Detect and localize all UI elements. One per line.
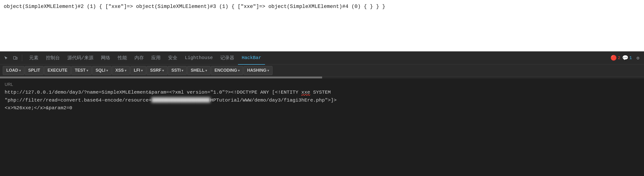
settings-icon[interactable]: ⚙ bbox=[634, 54, 642, 62]
hackbar-btn-ssrf[interactable]: SSRF ▾ bbox=[146, 66, 167, 75]
tab-network[interactable]: 网络 bbox=[97, 52, 114, 65]
devtools-left-icons bbox=[2, 54, 24, 62]
dropdown-arrow-icon: ▾ bbox=[238, 69, 240, 72]
dropdown-arrow-icon: ▾ bbox=[205, 69, 207, 72]
progress-bar-area bbox=[0, 77, 644, 78]
error-badge[interactable]: 🔴 2 bbox=[610, 55, 620, 61]
url-label: URL bbox=[5, 82, 639, 87]
tab-sources[interactable]: 源代码/来源 bbox=[64, 52, 97, 65]
inspect-icon[interactable] bbox=[2, 54, 10, 62]
url-line3: <x>%26xxe;</x>&param2=0 bbox=[5, 105, 72, 111]
dropdown-arrow-icon: ▾ bbox=[267, 69, 269, 72]
tab-performance[interactable]: 性能 bbox=[114, 52, 131, 65]
device-toolbar-icon[interactable] bbox=[11, 54, 20, 62]
progress-bar-fill bbox=[0, 77, 322, 78]
hackbar-btn-sqli[interactable]: SQLI ▾ bbox=[92, 66, 112, 75]
tab-recorder[interactable]: 记录器 bbox=[216, 52, 238, 65]
hackbar-btn-split[interactable]: SPLIT bbox=[25, 66, 44, 75]
browser-output-area: object(SimpleXMLElement)#2 (1) { ["xxe"]… bbox=[0, 0, 644, 51]
hackbar-btn-xss[interactable]: XSS ▾ bbox=[112, 66, 130, 75]
hackbar-btn-hashing[interactable]: HASHING ▾ bbox=[244, 66, 272, 75]
tab-hackbar[interactable]: HackBar bbox=[238, 52, 265, 65]
tab-security[interactable]: 安全 bbox=[164, 52, 181, 65]
dropdown-arrow-icon: ▾ bbox=[162, 69, 164, 72]
divider bbox=[22, 55, 22, 61]
tab-application[interactable]: 应用 bbox=[148, 52, 164, 65]
tab-console[interactable]: 控制台 bbox=[42, 52, 64, 65]
hackbar-btn-lfi[interactable]: LFI ▾ bbox=[130, 66, 146, 75]
hackbar-toolbar: LOAD ▾SPLITEXECUTETEST ▾SQLI ▾XSS ▾LFI ▾… bbox=[0, 64, 644, 77]
hackbar-btn-encoding[interactable]: ENCODING ▾ bbox=[211, 66, 243, 75]
warning-icon: 💬 bbox=[622, 55, 628, 61]
dropdown-arrow-icon: ▾ bbox=[182, 69, 183, 72]
hackbar-btn-load[interactable]: LOAD ▾ bbox=[3, 66, 24, 75]
svg-rect-1 bbox=[16, 57, 17, 59]
tab-memory[interactable]: 内存 bbox=[131, 52, 148, 65]
warning-badge[interactable]: 💬 1 bbox=[622, 55, 632, 61]
hackbar-btn-execute[interactable]: EXECUTE bbox=[44, 66, 71, 75]
devtools-tab-bar: 元素控制台源代码/来源网络性能内存应用安全Lighthouse记录器HackBa… bbox=[0, 51, 644, 64]
tab-elements[interactable]: 元素 bbox=[26, 52, 42, 65]
dropdown-arrow-icon: ▾ bbox=[86, 69, 88, 72]
dropdown-arrow-icon: ▾ bbox=[125, 69, 126, 72]
svg-rect-0 bbox=[14, 57, 16, 59]
error-icon: 🔴 bbox=[610, 55, 617, 61]
tab-lighthouse[interactable]: Lighthouse bbox=[181, 52, 216, 65]
dropdown-arrow-icon: ▾ bbox=[19, 69, 21, 72]
error-count: 2 bbox=[618, 56, 620, 60]
url-line1: http://127.0.0.1/demo/day3/?name=SimpleX… bbox=[5, 90, 331, 95]
hackbar-btn-ssti[interactable]: SSTI ▾ bbox=[168, 66, 187, 75]
devtools-tabs-container: 元素控制台源代码/来源网络性能内存应用安全Lighthouse记录器HackBa… bbox=[26, 52, 265, 64]
warning-count: 1 bbox=[629, 56, 632, 60]
url-line2: "php://filter/read=convert.base64-encode… bbox=[5, 98, 336, 103]
url-value: http://127.0.0.1/demo/day3/?name=SimpleX… bbox=[5, 88, 639, 112]
blurred-path: ████████████████████ bbox=[152, 96, 210, 104]
dropdown-arrow-icon: ▾ bbox=[106, 69, 108, 72]
url-area: URL http://127.0.0.1/demo/day3/?name=Sim… bbox=[0, 78, 644, 116]
hackbar-btn-shell[interactable]: SHELL ▾ bbox=[187, 66, 210, 75]
output-text: object(SimpleXMLElement)#2 (1) { ["xxe"]… bbox=[4, 4, 385, 10]
hackbar-btn-test[interactable]: TEST ▾ bbox=[71, 66, 92, 75]
dropdown-arrow-icon: ▾ bbox=[141, 69, 143, 72]
devtools-right-area: 🔴 2 💬 1 ⚙ bbox=[610, 54, 642, 62]
